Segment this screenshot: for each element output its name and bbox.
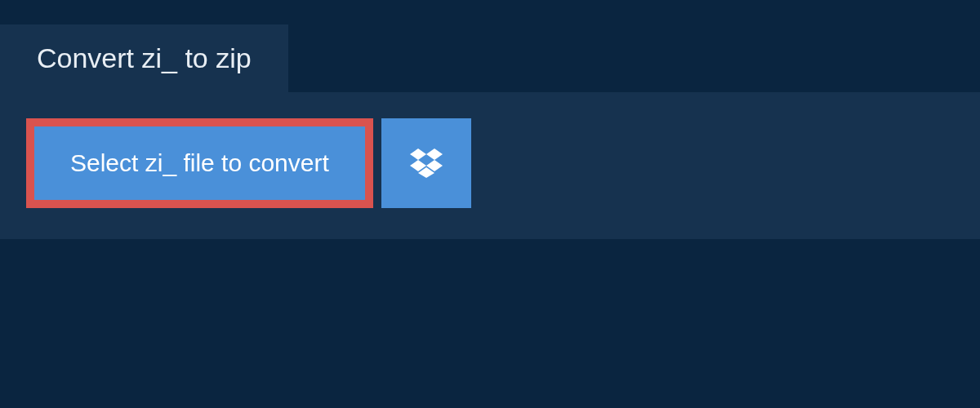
- converter-widget: Convert zi_ to zip Select zi_ file to co…: [0, 0, 980, 408]
- dropbox-button[interactable]: [381, 118, 471, 208]
- select-file-button[interactable]: Select zi_ file to convert: [26, 118, 373, 208]
- tab-title: Convert zi_ to zip: [37, 42, 252, 73]
- action-panel: Select zi_ file to convert: [0, 92, 980, 239]
- dropbox-icon: [410, 149, 443, 178]
- select-file-label: Select zi_ file to convert: [70, 149, 329, 177]
- tab-header: Convert zi_ to zip: [0, 24, 288, 92]
